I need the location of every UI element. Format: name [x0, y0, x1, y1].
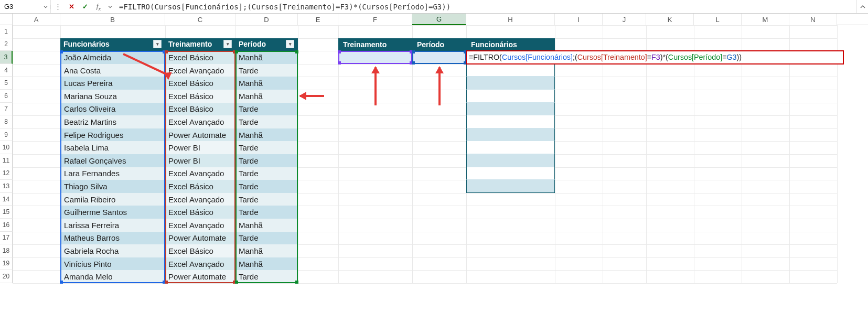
name-box[interactable] — [0, 0, 50, 13]
cell-B13[interactable]: Thiago Silva — [60, 180, 165, 193]
cell-D10[interactable]: Tarde — [235, 141, 298, 154]
cell-C3[interactable]: Excel Básico — [165, 51, 235, 64]
cell-D19[interactable]: Manhã — [235, 257, 298, 271]
cell-C15[interactable]: Excel Básico — [165, 206, 235, 219]
cell-C18[interactable]: Excel Básico — [165, 244, 235, 257]
cell-B4[interactable]: Ana Costa — [60, 64, 165, 77]
col-header-E[interactable]: E — [298, 14, 338, 25]
row-header-5[interactable]: 5 — [0, 77, 13, 90]
col-header-A[interactable]: A — [13, 14, 60, 25]
name-box-input[interactable] — [0, 0, 41, 13]
cell-C14[interactable]: Excel Avançado — [165, 193, 235, 206]
criteria-input-treinamento[interactable] — [338, 51, 412, 64]
fx-button[interactable]: fx — [92, 0, 105, 13]
filter-dropdown-icon[interactable]: ▾ — [223, 40, 232, 48]
cell-C17[interactable]: Power Automate — [165, 232, 235, 245]
row-header-13[interactable]: 13 — [0, 180, 13, 193]
row-header-16[interactable]: 16 — [0, 219, 13, 232]
cell-D4[interactable]: Tarde — [235, 64, 298, 77]
col-header-C[interactable]: C — [165, 14, 235, 25]
cell-B14[interactable]: Camila Ribeiro — [60, 193, 165, 206]
enter-button[interactable]: ✓ — [78, 0, 92, 13]
cell-C20[interactable]: Power Automate — [165, 270, 235, 283]
row-header-7[interactable]: 7 — [0, 103, 13, 116]
row-header-20[interactable]: 20 — [0, 270, 13, 283]
worksheet[interactable]: ABCDEFGHIJKLMN 1234567891011121314151617… — [0, 14, 868, 312]
cell-B20[interactable]: Amanda Melo — [60, 270, 165, 283]
output-cell-H7[interactable] — [466, 103, 555, 116]
cell-D6[interactable]: Manhã — [235, 90, 298, 103]
col-header-N[interactable]: N — [789, 14, 837, 25]
row-header-14[interactable]: 14 — [0, 193, 13, 206]
cell-B17[interactable]: Matheus Barros — [60, 232, 165, 245]
cell-C6[interactable]: Excel Básico — [165, 90, 235, 103]
cell-C10[interactable]: Power BI — [165, 141, 235, 154]
cell-D3[interactable]: Manhã — [235, 51, 298, 64]
cell-C4[interactable]: Excel Avançado — [165, 64, 235, 77]
cell-B9[interactable]: Felipe Rodrigues — [60, 128, 165, 142]
row-header-11[interactable]: 11 — [0, 154, 13, 167]
expand-formula-bar-button[interactable] — [856, 0, 868, 13]
filter-dropdown-icon[interactable]: ▾ — [153, 40, 162, 48]
cell-B19[interactable]: Vinícius Pinto — [60, 257, 165, 271]
cell-D15[interactable]: Tarde — [235, 206, 298, 219]
cell-B10[interactable]: Isabela Lima — [60, 141, 165, 154]
formula-edit-overlay[interactable]: =FILTRO(Cursos[Funcionários];(Cursos[Tre… — [466, 50, 844, 64]
output-cell-H6[interactable] — [466, 90, 555, 103]
cell-C7[interactable]: Excel Básico — [165, 103, 235, 116]
cell-D7[interactable]: Tarde — [235, 103, 298, 116]
cell-D18[interactable]: Manhã — [235, 244, 298, 257]
output-cell-H9[interactable] — [466, 128, 555, 142]
cell-D14[interactable]: Tarde — [235, 193, 298, 206]
row-header-2[interactable]: 2 — [0, 38, 13, 51]
output-cell-H13[interactable] — [466, 180, 555, 193]
row-header-1[interactable]: 1 — [0, 25, 13, 38]
cell-B11[interactable]: Rafael Gonçalves — [60, 154, 165, 167]
cells-area[interactable]: Funcionários▾Treinamento▾Período▾João Al… — [13, 25, 868, 312]
output-cell-H5[interactable] — [466, 77, 555, 90]
cell-D9[interactable]: Manhã — [235, 128, 298, 142]
cell-D5[interactable]: Manhã — [235, 77, 298, 90]
output-cell-H11[interactable] — [466, 154, 555, 167]
row-header-3[interactable]: 3 — [0, 51, 13, 64]
cell-C12[interactable]: Excel Avançado — [165, 167, 235, 180]
output-cell-H12[interactable] — [466, 167, 555, 180]
cell-C8[interactable]: Excel Avançado — [165, 115, 235, 128]
cancel-button[interactable]: ✕ — [65, 0, 78, 13]
select-all-corner[interactable] — [0, 14, 13, 25]
cell-D12[interactable]: Tarde — [235, 167, 298, 180]
criteria-input-periodo[interactable] — [412, 51, 466, 64]
row-header-10[interactable]: 10 — [0, 141, 13, 154]
row-header-18[interactable]: 18 — [0, 244, 13, 257]
cell-B12[interactable]: Lara Fernandes — [60, 167, 165, 180]
filter-dropdown-icon[interactable]: ▾ — [286, 40, 294, 48]
row-header-17[interactable]: 17 — [0, 232, 13, 245]
cell-D8[interactable]: Tarde — [235, 115, 298, 128]
name-box-dropdown[interactable] — [41, 5, 50, 9]
cell-B18[interactable]: Gabriela Rocha — [60, 244, 165, 257]
cell-D11[interactable]: Tarde — [235, 154, 298, 167]
cell-C11[interactable]: Power BI — [165, 154, 235, 167]
row-header-9[interactable]: 9 — [0, 128, 13, 142]
cell-D16[interactable]: Manhã — [235, 219, 298, 232]
row-header-4[interactable]: 4 — [0, 64, 13, 77]
cell-B16[interactable]: Larissa Ferreira — [60, 219, 165, 232]
col-header-D[interactable]: D — [235, 14, 298, 25]
row-header-12[interactable]: 12 — [0, 167, 13, 180]
cell-D17[interactable]: Tarde — [235, 232, 298, 245]
cell-C16[interactable]: Excel Avançado — [165, 219, 235, 232]
col-header-G[interactable]: G — [412, 14, 466, 25]
cell-D20[interactable]: Tarde — [235, 270, 298, 283]
cell-B15[interactable]: Guilherme Santos — [60, 206, 165, 219]
row-header-19[interactable]: 19 — [0, 257, 13, 271]
cell-C5[interactable]: Excel Básico — [165, 77, 235, 90]
col-header-B[interactable]: B — [60, 14, 165, 25]
cell-B8[interactable]: Beatriz Martins — [60, 115, 165, 128]
col-header-M[interactable]: M — [742, 14, 789, 25]
formula-bar-input[interactable]: =FILTRO(Cursos[Funcionários];(Cursos[Tre… — [115, 0, 856, 13]
cell-B3[interactable]: João Almeida — [60, 51, 165, 64]
cell-B7[interactable]: Carlos Oliveira — [60, 103, 165, 116]
col-header-K[interactable]: K — [646, 14, 694, 25]
output-cell-H8[interactable] — [466, 115, 555, 128]
col-header-J[interactable]: J — [603, 14, 646, 25]
